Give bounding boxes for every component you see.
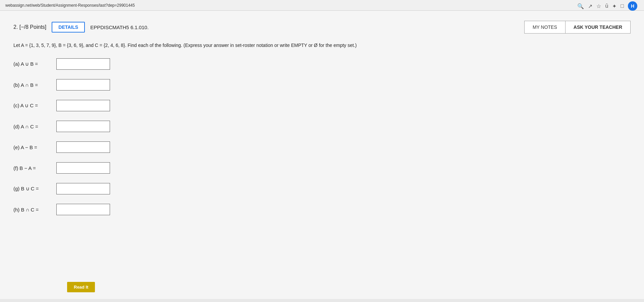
sub-problem-b: (b) A ∩ B =: [13, 79, 631, 90]
problem-description: Let A = {1, 3, 5, 7, 9}, B = {3, 6, 9}, …: [13, 42, 416, 49]
header-right: MY NOTES ASK YOUR TEACHER: [524, 21, 631, 34]
share-icon[interactable]: ↗: [588, 3, 592, 9]
bottom-row: Read It: [67, 282, 95, 292]
sub-label-h: (h) B ∩ C =: [13, 207, 54, 213]
sub-label-f: (f) B − A =: [13, 165, 54, 171]
my-notes-button[interactable]: MY NOTES: [524, 21, 566, 34]
answer-input-d[interactable]: [56, 121, 110, 132]
browser-top-bar: webassign.net/web/Student/Assignment-Res…: [0, 0, 644, 11]
header-row: 2. [−/8 Points] DETAILS EPPDISCMATH5 6.1…: [13, 21, 631, 34]
sub-label-d: (d) A ∩ C =: [13, 124, 54, 129]
answer-input-c[interactable]: [56, 100, 110, 111]
answer-input-f[interactable]: [56, 162, 110, 174]
header-left: 2. [−/8 Points] DETAILS EPPDISCMATH5 6.1…: [13, 22, 149, 33]
sub-label-c: (c) A ∪ C =: [13, 103, 54, 109]
sub-problem-g: (g) B ∪ C =: [13, 183, 631, 194]
url-bar: webassign.net/web/Student/Assignment-Res…: [5, 3, 135, 8]
avatar[interactable]: H: [628, 1, 637, 11]
ask-teacher-button[interactable]: ASK YOUR TEACHER: [566, 21, 631, 34]
monitor-icon[interactable]: □: [621, 3, 624, 9]
sub-problem-d: (d) A ∩ C =: [13, 121, 631, 132]
pin-icon[interactable]: ū: [605, 3, 608, 9]
answer-input-b[interactable]: [56, 79, 110, 90]
browser-icons: 🔍 ↗ ☆ ū ✦ □ H: [577, 1, 637, 11]
answer-input-g[interactable]: [56, 183, 110, 194]
details-button[interactable]: DETAILS: [52, 22, 85, 33]
sub-problem-f: (f) B − A =: [13, 162, 631, 174]
read-it-button[interactable]: Read It: [67, 282, 95, 292]
answer-input-e[interactable]: [56, 141, 110, 153]
sub-problem-a: (a) A ∪ B =: [13, 58, 631, 70]
sub-label-e: (e) A − B =: [13, 144, 54, 150]
sub-problem-h: (h) B ∩ C =: [13, 204, 631, 215]
sub-problem-e: (e) A − B =: [13, 141, 631, 153]
answer-input-a[interactable]: [56, 58, 110, 70]
star-icon[interactable]: ☆: [596, 3, 601, 9]
points-label: 2. [−/8 Points]: [13, 24, 46, 30]
bookmark-icon[interactable]: ✦: [612, 3, 616, 9]
sub-label-a: (a) A ∪ B =: [13, 61, 54, 67]
sub-label-b: (b) A ∩ B =: [13, 82, 54, 88]
sub-problem-c: (c) A ∪ C =: [13, 100, 631, 111]
sub-label-g: (g) B ∪ C =: [13, 186, 54, 192]
main-content: 2. [−/8 Points] DETAILS EPPDISCMATH5 6.1…: [0, 11, 644, 299]
answer-input-h[interactable]: [56, 204, 110, 215]
search-icon[interactable]: 🔍: [577, 3, 584, 9]
problem-code: EPPDISCMATH5 6.1.010.: [90, 24, 149, 30]
